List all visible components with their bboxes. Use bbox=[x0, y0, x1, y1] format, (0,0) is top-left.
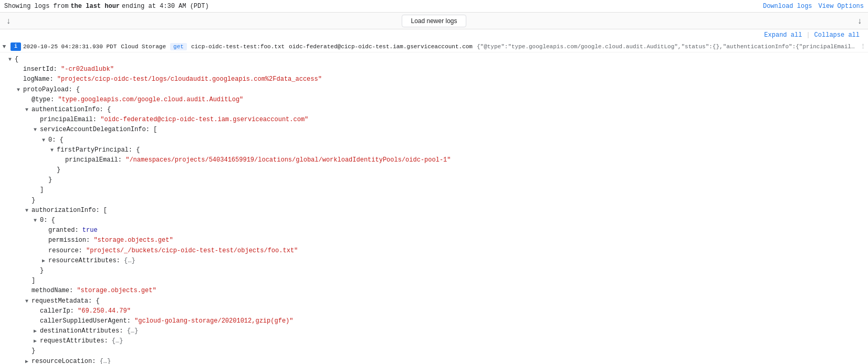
scroll-down-arrow-left[interactable]: ↓ bbox=[4, 15, 13, 27]
scroll-down-arrow-right[interactable]: ↓ bbox=[855, 15, 864, 27]
load-newer-button[interactable]: Load newer logs bbox=[402, 15, 466, 27]
toggle-arrow[interactable] bbox=[17, 85, 23, 95]
json-tree-line: insertId: "-cr02uadlubk" bbox=[8, 65, 868, 74]
log-actions: Expand all | Collapse all bbox=[0, 29, 868, 41]
json-tree-line: ] bbox=[8, 185, 868, 195]
toggle-arrow[interactable] bbox=[8, 55, 15, 65]
ending-text: ending at 4:30 AM (PDT) bbox=[122, 3, 209, 10]
json-tree-line[interactable]: 0: { bbox=[8, 216, 868, 226]
actions-separator: | bbox=[806, 31, 810, 39]
json-tree-line: } bbox=[8, 346, 868, 356]
json-tree-line: @type: "type.googleapis.com/google.cloud… bbox=[8, 95, 868, 105]
toggle-arrow[interactable] bbox=[25, 357, 32, 364]
download-logs-link[interactable]: Download logs bbox=[763, 3, 812, 10]
showing-text: Showing logs from bbox=[4, 3, 68, 10]
json-tree-line: ] bbox=[8, 276, 868, 286]
load-bar: ↓ Load newer logs ↓ bbox=[0, 13, 868, 29]
json-tree-line[interactable]: 0: { bbox=[8, 135, 868, 145]
json-tree-line[interactable]: resourceLocation: {…} bbox=[8, 357, 868, 364]
json-tree-line: callerSuppliedUserAgent: "gcloud-golang-… bbox=[8, 316, 868, 326]
top-bar: Showing logs from the last hour ending a… bbox=[0, 0, 868, 13]
entry-more-icon[interactable]: ⋮ bbox=[857, 43, 868, 50]
entry-timestamp: 2020-10-25 04:28:31.930 PDT bbox=[23, 44, 117, 50]
json-tree-line[interactable]: requestMetadata: { bbox=[8, 296, 868, 306]
json-tree-line[interactable]: firstPartyPrincipal: { bbox=[8, 145, 868, 155]
entry-service: Cloud Storage bbox=[121, 44, 166, 50]
json-tree-line: callerIp: "69.250.44.79" bbox=[8, 306, 868, 316]
json-tree-line: resource: "projects/_/buckets/cicp-oidc-… bbox=[8, 246, 868, 256]
entry-account: oidc-federated@cicp-oidc-test.iam.gservi… bbox=[289, 44, 473, 50]
toggle-arrow[interactable] bbox=[34, 216, 40, 226]
entry-json-preview: {"@type":"type.googleapis.com/google.clo… bbox=[477, 44, 857, 50]
expand-all-link[interactable]: Expand all bbox=[764, 31, 802, 39]
toggle-arrow[interactable] bbox=[34, 336, 40, 346]
entry-severity-icon: i bbox=[11, 42, 21, 51]
json-tree-line: } bbox=[8, 175, 868, 185]
json-tree-line[interactable]: authenticationInfo: { bbox=[8, 105, 868, 115]
json-tree-line: principalEmail: "/namespaces/projects/54… bbox=[8, 155, 868, 165]
toggle-arrow[interactable] bbox=[25, 105, 32, 115]
toggle-arrow[interactable] bbox=[25, 206, 32, 216]
json-tree-line[interactable]: resourceAttributes: {…} bbox=[8, 256, 868, 266]
log-viewer: Expand all | Collapse all ▼ i 2020-10-25… bbox=[0, 29, 868, 364]
entry-toggle-arrow[interactable]: ▼ bbox=[0, 44, 8, 50]
json-tree-line: logName: "projects/cicp-oidc-test/logs/c… bbox=[8, 74, 868, 84]
bold-text: the last hour bbox=[70, 3, 120, 10]
toggle-arrow[interactable] bbox=[42, 135, 48, 145]
toggle-arrow[interactable] bbox=[34, 326, 40, 336]
view-options-link[interactable]: View Options bbox=[819, 3, 864, 10]
json-tree-line[interactable]: destinationAttributes: {…} bbox=[8, 326, 868, 336]
json-tree-line: } bbox=[8, 266, 868, 276]
entry-method-badge: get bbox=[170, 43, 187, 50]
toggle-arrow[interactable] bbox=[34, 125, 40, 135]
json-tree-line[interactable]: serviceAccountDelegationInfo: [ bbox=[8, 125, 868, 135]
toggle-arrow[interactable] bbox=[42, 256, 48, 266]
json-tree-line[interactable]: { bbox=[8, 55, 868, 65]
json-tree-line[interactable]: protoPayload: { bbox=[8, 85, 868, 95]
toggle-arrow[interactable] bbox=[25, 296, 32, 306]
top-bar-status: Showing logs from the last hour ending a… bbox=[4, 3, 209, 10]
collapse-all-link[interactable]: Collapse all bbox=[814, 31, 860, 39]
toggle-arrow[interactable] bbox=[50, 145, 57, 155]
log-entry-row[interactable]: ▼ i 2020-10-25 04:28:31.930 PDT Cloud St… bbox=[0, 41, 868, 52]
entry-resource: cicp-oidc-test-test:foo.txt bbox=[191, 44, 285, 50]
json-tree-line: methodName: "storage.objects.get" bbox=[8, 286, 868, 296]
json-tree-line: principalEmail: "oidc-federated@cicp-oid… bbox=[8, 115, 868, 125]
json-tree-line[interactable]: authorizationInfo: [ bbox=[8, 206, 868, 216]
json-tree-line[interactable]: requestAttributes: {…} bbox=[8, 336, 868, 346]
json-tree-line: } bbox=[8, 165, 868, 175]
json-tree: {insertId: "-cr02uadlubk"logName: "proje… bbox=[0, 52, 868, 364]
json-tree-line: permission: "storage.objects.get" bbox=[8, 235, 868, 245]
entry-metadata: 2020-10-25 04:28:31.930 PDT Cloud Storag… bbox=[23, 43, 857, 50]
json-tree-line: granted: true bbox=[8, 226, 868, 235]
json-tree-line: } bbox=[8, 196, 868, 206]
top-bar-actions: Download logs View Options bbox=[763, 3, 864, 10]
